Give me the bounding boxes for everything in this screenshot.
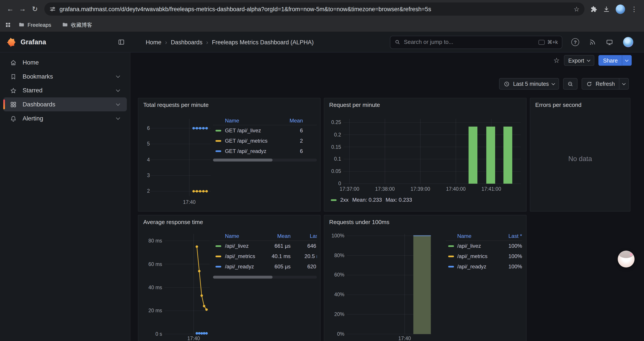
legend-scrollbar[interactable] <box>213 276 317 278</box>
series-color-swatch <box>216 266 221 267</box>
search-input[interactable] <box>404 39 536 45</box>
dashboards-grid-icon <box>10 101 17 108</box>
back-icon[interactable]: ← <box>4 3 16 15</box>
export-button[interactable]: Export <box>564 55 594 66</box>
shortcut-label: ⌘+k <box>547 39 558 45</box>
share-menu-button[interactable] <box>622 55 632 66</box>
series-color-swatch <box>216 150 221 152</box>
series-mean: 6 <box>272 148 303 154</box>
legend-header-name[interactable]: Name <box>225 233 267 239</box>
panel-title[interactable]: Total requests per minute <box>143 102 209 108</box>
legend-scrollbar[interactable] <box>213 159 317 162</box>
chevron-down-icon <box>625 58 628 62</box>
brand-name[interactable]: Grafana <box>20 38 113 46</box>
series-name: /api/_readyz <box>225 263 267 269</box>
sidebar-item-home[interactable]: Home <box>3 56 127 70</box>
axis-tick: 5 <box>147 141 150 147</box>
breadcrumb-dashboards[interactable]: Dashboards <box>171 39 202 46</box>
panel-title[interactable]: Requests under 100ms <box>329 219 390 225</box>
legend-row[interactable]: GET /api/_metrics 2 <box>213 136 317 146</box>
chevron-down-icon[interactable] <box>116 102 120 106</box>
axis-tick: 0.1 <box>334 156 341 162</box>
extensions-icon[interactable] <box>590 6 597 13</box>
news-rss-icon[interactable] <box>589 39 596 46</box>
series-name: GET /api/_metrics <box>225 138 272 144</box>
favorite-star-icon[interactable]: ☆ <box>554 57 560 64</box>
chart-plot[interactable] <box>150 119 211 196</box>
y-axis: 100%80%60%40%20%0% <box>327 234 344 334</box>
monitor-icon[interactable] <box>606 38 613 46</box>
time-range-picker[interactable]: Last 5 minutes <box>499 78 559 90</box>
panel-title[interactable]: Average response time <box>143 219 203 225</box>
series-color-swatch <box>216 255 221 257</box>
browser-menu-icon[interactable]: ⋮ <box>631 5 638 13</box>
legend-row[interactable]: GET /api/_readyz 6 <box>213 146 317 156</box>
legend-header-mean[interactable]: Mean <box>272 118 303 124</box>
axis-tick: 60 ms <box>148 261 162 267</box>
panel-requests-under-100ms: Requests under 100ms 100%80%60%40%20%0% … <box>324 215 526 341</box>
bookmark-folder[interactable]: 收藏博客 <box>58 20 96 30</box>
sidebar-item-bookmarks[interactable]: Bookmarks <box>3 69 127 83</box>
browser-profile-avatar[interactable] <box>616 5 625 14</box>
time-controls: Last 5 minutes Refresh <box>499 78 629 90</box>
sidebar-item-alerting[interactable]: Alerting <box>3 111 127 125</box>
series-name: /api/_metrics <box>225 253 267 259</box>
site-settings-icon[interactable] <box>49 6 56 12</box>
sidebar-item-dashboards[interactable]: Dashboards <box>3 97 127 112</box>
help-icon[interactable]: ? <box>572 38 579 46</box>
user-avatar[interactable] <box>623 37 633 47</box>
legend-header-last[interactable]: Last * <box>298 233 317 239</box>
panel-title[interactable]: Errors per second <box>535 102 582 108</box>
series-name: /api/_livez <box>457 243 499 249</box>
download-icon[interactable] <box>603 6 610 13</box>
legend-row[interactable]: /api/_readyz 100% <box>446 261 522 272</box>
refresh-icon <box>586 81 592 87</box>
legend-row[interactable]: /api/_metrics 40.1 ms 20.5 ms <box>213 251 317 261</box>
axis-tick: 0 s <box>156 331 162 337</box>
chart-plot[interactable] <box>164 234 210 334</box>
legend-row[interactable]: /api/_livez 100% <box>446 241 522 251</box>
reload-icon[interactable]: ↻ <box>29 3 41 15</box>
zoom-out-button[interactable] <box>563 78 578 90</box>
url-input[interactable] <box>60 6 570 12</box>
bookmark-folder[interactable]: Freeleaps <box>15 21 54 29</box>
apps-grid-icon[interactable] <box>5 22 11 28</box>
breadcrumb-home[interactable]: Home <box>146 39 161 46</box>
folder-icon <box>18 22 24 28</box>
chevron-down-icon[interactable] <box>116 74 120 78</box>
forward-icon[interactable]: → <box>16 3 29 15</box>
grafana-logo-icon[interactable] <box>6 37 16 47</box>
legend-header-name[interactable]: Name <box>457 233 499 239</box>
breadcrumb-current[interactable]: Freeleaps Metrics Dashboard (ALPHA) <box>212 39 314 46</box>
legend-row[interactable]: /api/_readyz 605 µs 620 µs <box>213 261 317 272</box>
sidebar-item-starred[interactable]: Starred <box>3 83 127 97</box>
bookmark-star-icon[interactable]: ☆ <box>574 5 580 13</box>
legend-header-mean[interactable]: Mean <box>267 233 291 239</box>
scrollbar-thumb[interactable] <box>213 276 273 278</box>
share-button[interactable]: Share <box>599 55 622 66</box>
legend-header-row: Name Mean <box>213 116 317 125</box>
legend-header-last[interactable]: Last * <box>499 233 522 239</box>
url-bar[interactable]: ☆ <box>44 3 584 16</box>
chevron-down-icon[interactable] <box>116 88 120 92</box>
chart-plot[interactable] <box>347 234 432 334</box>
floating-avatar[interactable] <box>618 251 634 267</box>
scrollbar-thumb[interactable] <box>213 159 273 162</box>
panel-title[interactable]: Request per minute <box>329 102 380 108</box>
panel-request-per-minute: Request per minute 0.250.20.150.10.050 1… <box>324 98 526 212</box>
chevron-down-icon[interactable] <box>116 115 120 120</box>
search-box[interactable]: ⌘+k <box>390 36 562 49</box>
legend-row[interactable]: /api/_metrics 100% <box>446 251 522 261</box>
legend-table: Name Last * /api/_livez 100% /api/_metri… <box>446 232 522 274</box>
series-color-swatch <box>448 266 454 267</box>
refresh-button[interactable]: Refresh <box>582 78 620 90</box>
legend-row[interactable]: GET /api/_livez 6 <box>213 125 317 136</box>
chart-plot[interactable] <box>344 119 521 184</box>
legend[interactable]: 2xx Mean: 0.233 Max: 0.233 <box>331 197 412 203</box>
bookmarks-bar: Freeleaps 收藏博客 <box>0 18 644 32</box>
refresh-interval-button[interactable] <box>619 78 629 90</box>
no-data-message: No data <box>530 155 630 163</box>
legend-header-name[interactable]: Name <box>225 118 272 124</box>
legend-row[interactable]: /api/_livez 661 µs 646 µs <box>213 241 317 251</box>
dock-sidebar-icon[interactable] <box>118 39 125 46</box>
